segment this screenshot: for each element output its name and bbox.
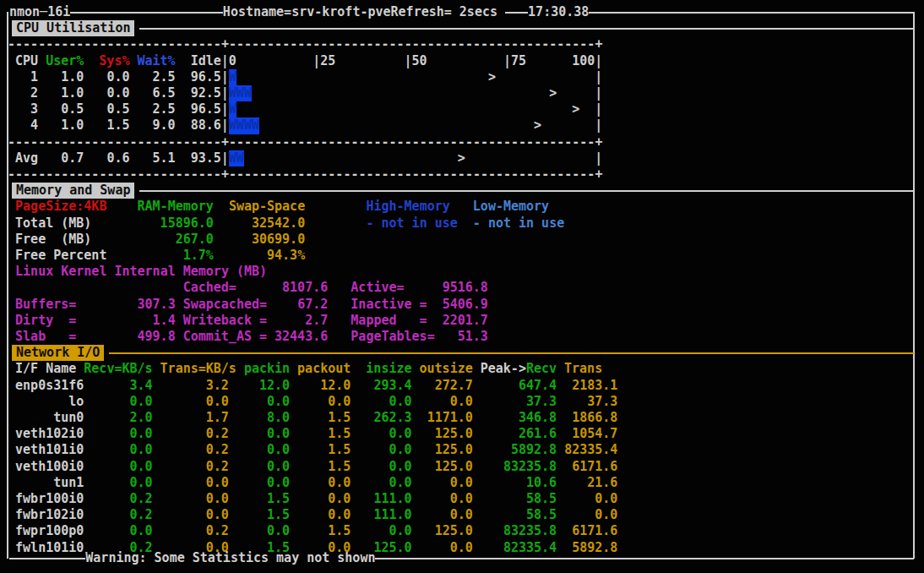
- net-value: 0.0: [351, 442, 411, 458]
- kernel-stat-label: Inactive =: [351, 297, 434, 313]
- wait-bar: WWWW: [229, 117, 259, 134]
- net-col-header: Recv=KB/s: [84, 361, 152, 377]
- net-col-header: insize: [366, 361, 411, 377]
- idle-pct: 93.5: [176, 150, 221, 166]
- clock: 17:30.38: [528, 4, 589, 20]
- net-value: 21.6: [557, 475, 617, 491]
- user-pct: 1.0: [38, 69, 84, 85]
- wait-pct: 2.5: [129, 69, 175, 85]
- kernel-stat-label: Buffers=: [15, 297, 76, 313]
- net-value: 0.2: [84, 507, 152, 523]
- net-value: 261.6: [473, 426, 557, 442]
- net-col-header: Recv: [526, 361, 557, 377]
- kernel-stat-value: 307.3: [76, 297, 175, 313]
- idle-pct: 96.5: [176, 101, 221, 117]
- interface-name: veth100i0: [15, 459, 84, 475]
- sys-pct: 0.6: [84, 150, 129, 166]
- title-rule: [70, 4, 223, 20]
- net-value: 0.0: [557, 507, 617, 523]
- net-value: 0.2: [153, 426, 229, 442]
- nmon-terminal[interactable]: nmon─16i Hostname= srv-kroft-pve Refresh…: [0, 0, 924, 573]
- net-value: 12.0: [229, 378, 290, 394]
- cpu-avg-row: Avg0.70.65.193.5|WW>|: [0, 150, 924, 166]
- title-rule: [505, 4, 528, 20]
- net-value: 6171.6: [557, 459, 617, 475]
- peak-marker: >: [458, 150, 465, 166]
- hostname-value: srv-kroft-pve: [291, 4, 390, 20]
- user-pct: 0.7: [38, 150, 84, 166]
- net-value: 0.0: [557, 491, 617, 507]
- network-row: fwln101i00.20.01.50.0125.00.082335.45892…: [0, 540, 924, 556]
- page-size-label: PageSize:4KB: [15, 199, 106, 215]
- net-value: 0.0: [84, 394, 152, 410]
- net-value: 1.5: [229, 540, 290, 556]
- section-rule: [139, 183, 914, 199]
- net-col-header: I/F Name: [15, 361, 76, 377]
- cpu-table-header: CPUUser%Sys%Wait%Idle|0 |25 |50 |75 100|: [0, 53, 924, 69]
- net-value: 10.6: [473, 475, 557, 491]
- idle-pct: 92.5: [176, 85, 221, 101]
- memory-table-header: PageSize:4KBRAM-MemorySwap-SpaceHigh-Mem…: [0, 199, 924, 215]
- user-pct: 1.0: [38, 85, 84, 101]
- net-value: 2.0: [84, 410, 152, 426]
- user-pct: 0.5: [38, 101, 84, 117]
- kernel-stat-value: 2.7: [267, 313, 328, 329]
- interface-name: tun0: [15, 410, 84, 426]
- title-bar: nmon─16i Hostname= srv-kroft-pve Refresh…: [9, 4, 914, 20]
- net-col-header: packin: [244, 361, 290, 377]
- interface-name: fwbr100i0: [15, 491, 84, 507]
- net-col-header: Peak->: [481, 361, 526, 377]
- interface-name: fwpr100p0: [15, 523, 84, 539]
- ram-value: 15896.0: [91, 216, 213, 232]
- cpu-usage-bar: |WWWW>|: [221, 117, 603, 134]
- bar-right-edge: |: [595, 101, 602, 117]
- memory-section-header: Memory and Swap: [0, 183, 914, 199]
- peak-marker: >: [572, 101, 579, 117]
- network-section-title: Network I/O: [12, 345, 104, 361]
- net-value: 1171.0: [412, 410, 473, 426]
- net-value: 3.2: [153, 378, 229, 394]
- net-value: 0.0: [84, 426, 152, 442]
- net-value: 0.0: [290, 507, 351, 523]
- net-value: 2183.1: [557, 378, 617, 394]
- interface-name: enp0s31f6: [15, 378, 84, 394]
- cpu-row: 41.01.59.088.6|WWWW>|: [0, 117, 924, 134]
- net-value: 1.5: [290, 426, 351, 442]
- network-row: fwbr102i00.20.01.50.0111.00.058.50.0: [0, 507, 924, 523]
- network-row: fwpr100p00.00.20.01.50.0125.083235.86171…: [0, 523, 924, 539]
- bar-right-edge: |: [595, 150, 602, 166]
- wait-col-header: Wait%: [129, 53, 175, 69]
- net-value: 0.0: [412, 475, 473, 491]
- idle-pct: 96.5: [176, 69, 221, 85]
- net-value: 0.0: [229, 442, 290, 458]
- net-value: 1.7: [153, 410, 229, 426]
- network-section-header: Network I/O: [0, 345, 914, 361]
- cpu-id: 3: [15, 101, 38, 117]
- net-value: 0.0: [229, 475, 290, 491]
- memory-row-label: Total (MB): [15, 216, 91, 232]
- net-value: 0.0: [229, 426, 290, 442]
- net-col-header: outsize: [420, 361, 473, 377]
- interface-name: veth101i0: [15, 442, 84, 458]
- net-value: 1.5: [290, 410, 351, 426]
- kernel-stat-value: 51.3: [435, 329, 488, 345]
- net-value: 125.0: [412, 459, 473, 475]
- separator: ----------------------------+-----------…: [0, 134, 924, 150]
- net-value: 0.0: [84, 475, 152, 491]
- high-mem-col-header: High-Memory: [305, 199, 450, 215]
- interface-name: fwbr102i0: [15, 507, 84, 523]
- low-mem-col-header: Low-Memory: [450, 199, 549, 215]
- ram-col-header: RAM-Memory: [106, 199, 213, 215]
- net-value: 0.0: [412, 491, 473, 507]
- net-col-header: Trans=KB/s: [160, 361, 236, 377]
- wait-pct: 9.0: [129, 117, 175, 134]
- net-value: 1.5: [290, 442, 351, 458]
- section-rule: [109, 345, 914, 361]
- network-row: veth101i00.00.20.01.50.0125.05892.882335…: [0, 442, 924, 458]
- network-row: enp0s31f63.43.212.012.0293.4272.7647.421…: [0, 378, 924, 394]
- net-value: 5892.8: [473, 442, 557, 458]
- net-value: 8.0: [229, 410, 290, 426]
- network-row: tun10.00.00.00.00.00.010.621.6: [0, 475, 924, 491]
- wait-bar: W: [229, 101, 236, 117]
- net-col-header: packout: [297, 361, 351, 377]
